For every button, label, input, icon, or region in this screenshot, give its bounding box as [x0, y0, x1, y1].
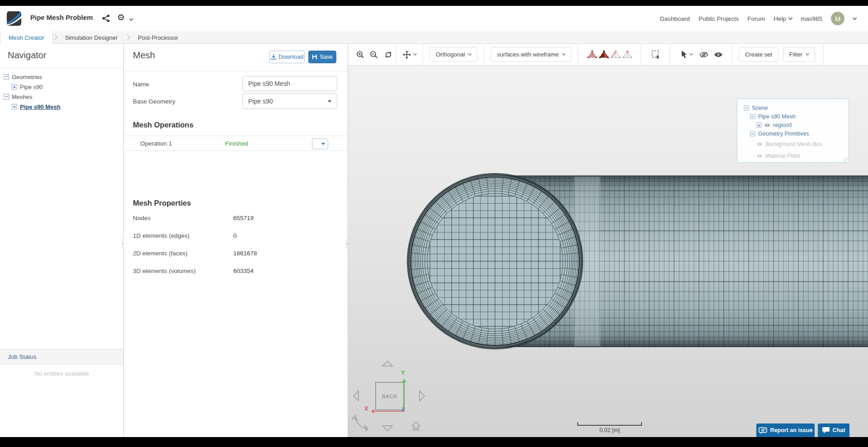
download-button[interactable]: Download	[269, 51, 305, 63]
base-geometry-select[interactable]: Pipe s90	[242, 94, 337, 109]
scene-tree-item-background-mesh-box[interactable]: Background Mesh Box	[744, 140, 849, 148]
expand-icon[interactable]	[12, 104, 17, 109]
select-nodes-icon[interactable]	[622, 50, 633, 59]
rotate-down-arrow-icon[interactable]	[382, 425, 393, 433]
scene-tree-item-mesh[interactable]: Pipe s90 Mesh	[744, 112, 849, 121]
mesh-form-panel: Mesh Download Save Name Base Geomet	[124, 44, 348, 437]
operation-row[interactable]: Operation 1 Finished	[124, 136, 348, 151]
select-edges-icon[interactable]	[610, 50, 622, 59]
scene-tree-item-scene[interactable]: Scene	[744, 104, 849, 112]
select-volumes-icon[interactable]	[586, 50, 598, 59]
account-caret-icon[interactable]	[853, 16, 857, 20]
base-geometry-label: Base Geometry	[133, 98, 175, 105]
scene-tree-overlay: Scene Pipe s90 Mesh region0	[737, 99, 849, 163]
tree-item-geometries[interactable]: Geometries	[0, 72, 123, 82]
pan-tool-icon[interactable]	[396, 51, 423, 59]
mesh-properties-title: Mesh Properties	[133, 199, 191, 207]
name-label: Name	[133, 81, 149, 88]
hide-icon[interactable]	[697, 52, 711, 58]
nav-public-projects[interactable]: Public Projects	[698, 15, 739, 22]
rotate-up-arrow-icon[interactable]	[382, 360, 393, 369]
operation-actions-select[interactable]	[312, 138, 328, 149]
toolbar-separator	[670, 44, 670, 66]
top-nav: Dashboard Public Projects Forum Help mas…	[660, 6, 856, 31]
property-row-3d: 3D elements (volumes) 603354	[124, 262, 348, 280]
gear-icon[interactable]: ⚙	[117, 13, 125, 22]
expand-icon[interactable]	[12, 84, 17, 89]
divider	[0, 68, 123, 68]
job-status-empty-text: No entities available	[0, 370, 123, 377]
tab-post-processor[interactable]: Post-Processor	[130, 31, 186, 44]
tab-mesh-creator[interactable]: Mesh Creator	[0, 31, 53, 44]
box-select-icon[interactable]	[649, 50, 663, 59]
rotate-right-arrow-icon[interactable]	[419, 390, 425, 404]
collapse-icon[interactable]	[750, 114, 755, 119]
scene-tree-item-geometry-primitives[interactable]: Geometry Primitives	[744, 129, 849, 138]
avatar[interactable]: M	[831, 12, 844, 25]
toolbar-separator	[732, 44, 732, 66]
visibility-eye-icon[interactable]	[756, 154, 763, 158]
visibility-eye-icon[interactable]	[764, 123, 770, 127]
workflow-tabbar: Mesh Creator Simulation Designer Post-Pr…	[0, 31, 868, 44]
collapse-icon[interactable]	[4, 74, 9, 80]
expand-icon[interactable]	[756, 122, 761, 127]
gear-caret-icon[interactable]	[129, 17, 134, 21]
nav-help[interactable]: Help	[774, 15, 792, 22]
viewport-toolbar: Orthogonal surfaces with wireframe	[348, 44, 868, 66]
navigator-title: Navigator	[8, 50, 47, 61]
scene-tree-item-region0[interactable]: region0	[744, 121, 849, 129]
collapse-icon[interactable]	[4, 94, 9, 99]
home-view-icon[interactable]	[410, 421, 421, 433]
select-faces-icon[interactable]	[598, 50, 610, 59]
rotate-left-arrow-icon[interactable]	[353, 390, 359, 404]
name-input[interactable]	[242, 76, 337, 91]
chat-button[interactable]: Chat	[818, 423, 849, 437]
axis-z-label: Z	[401, 407, 405, 412]
tab-simulation-designer[interactable]: Simulation Designer	[57, 31, 126, 44]
divider	[124, 71, 348, 71]
render-canvas[interactable]: Scene Pipe s90 Mesh region0	[348, 66, 868, 437]
select-caret-icon	[321, 143, 325, 145]
project-title: Pipe Mesh Problem	[30, 14, 93, 21]
reset-view-icon[interactable]	[381, 51, 396, 59]
help-caret-icon	[788, 16, 793, 20]
tree-item-meshes[interactable]: Meshes	[0, 92, 123, 102]
zoom-in-icon[interactable]	[354, 51, 367, 59]
projection-dropdown[interactable]: Orthogonal	[429, 47, 477, 62]
roll-rotate-arrow-icon[interactable]	[351, 409, 376, 434]
dropdown-caret-icon	[468, 52, 472, 56]
render-mode-dropdown[interactable]: surfaces with wireframe	[491, 47, 571, 62]
overlay-resize-handle[interactable]	[843, 157, 848, 161]
report-issue-button[interactable]: Report an issue	[756, 423, 815, 437]
create-set-button[interactable]: Create set	[739, 47, 778, 62]
select-caret-icon	[328, 100, 331, 103]
navigator-tree: Geometries Pipe s90 Meshes Pipe s90 Mesh	[0, 72, 123, 112]
form-title: Mesh	[133, 50, 155, 61]
share-icon[interactable]	[102, 14, 110, 24]
pan-caret-icon	[413, 52, 417, 56]
nav-dashboard[interactable]: Dashboard	[660, 15, 690, 22]
collapse-icon[interactable]	[744, 105, 749, 110]
save-icon	[312, 54, 317, 60]
pick-tool-icon[interactable]	[677, 51, 697, 59]
zoom-out-icon[interactable]	[367, 51, 381, 59]
nav-forum[interactable]: Forum	[747, 15, 765, 22]
tree-item-pipe-s90-mesh[interactable]: Pipe s90 Mesh	[0, 102, 123, 112]
toolbar-separator	[578, 44, 578, 66]
collapse-icon[interactable]	[750, 131, 755, 136]
show-icon[interactable]	[711, 52, 726, 58]
tree-item-pipe-s90[interactable]: Pipe s90	[0, 82, 123, 92]
scale-bar	[577, 422, 642, 426]
filter-dropdown[interactable]: Filter	[783, 47, 815, 62]
username[interactable]: mas985	[801, 15, 822, 22]
toolbar-separator	[641, 44, 641, 66]
visibility-eye-icon[interactable]	[756, 142, 763, 146]
main-area: Navigator Geometries Pipe s90 Meshes Pi	[0, 44, 868, 437]
simscale-logo-icon[interactable]	[7, 11, 21, 26]
camera-bubble-icon	[759, 427, 767, 434]
property-row-1d: 1D elements (edges) 0	[124, 227, 348, 245]
scene-tree-item-material-point[interactable]: Material Point	[744, 151, 849, 160]
job-status-header[interactable]: Job Status	[0, 349, 123, 364]
operation-name: Operation 1	[140, 140, 225, 147]
save-button[interactable]: Save	[308, 51, 336, 63]
